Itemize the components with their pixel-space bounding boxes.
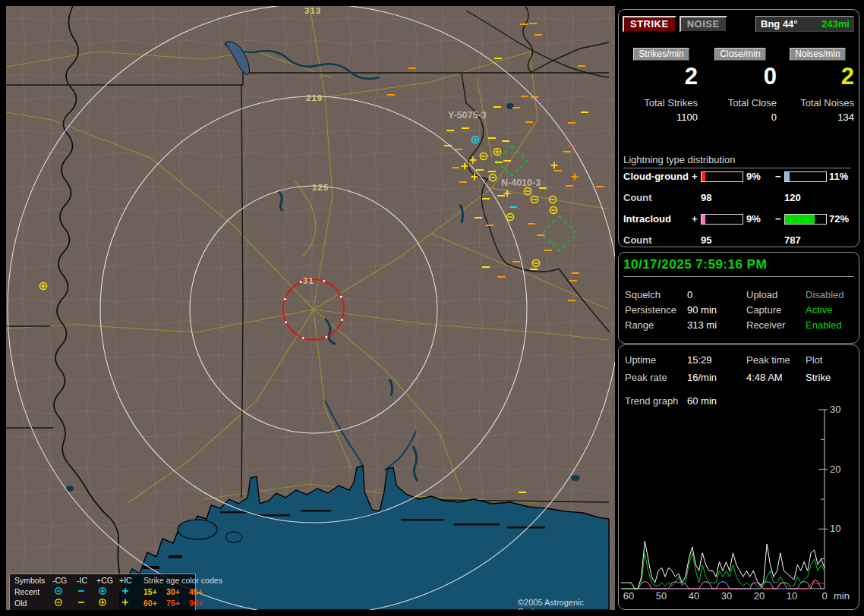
noises-per-min-value: 2 (781, 65, 854, 88)
trend-graph-label: Trend graph (625, 395, 678, 407)
cg-plus-icon (98, 586, 107, 598)
ic-neg-sign: − (775, 213, 781, 225)
range-label: Range (625, 319, 654, 331)
ic-plus-old-icon (121, 598, 130, 609)
ic-neg-bar (784, 214, 827, 225)
noises-per-min-header[interactable]: Noises/min (790, 48, 845, 61)
svg-text:219: 219 (306, 93, 323, 102)
peak-rate-label: Peak rate (625, 372, 667, 383)
strikes-per-min-value: 2 (625, 65, 698, 88)
persistence-value: 90 min (687, 304, 717, 316)
legend-row-recent-label: Recent (14, 586, 39, 597)
receiver-label: Receiver (746, 319, 785, 331)
age-75: 75+ (166, 598, 180, 608)
map-canvas: 31321912531Y-5075-3N-4010-3 (6, 6, 615, 610)
cg-pos-pct: 9% (746, 171, 761, 182)
total-noises-label: Total Noises (781, 97, 854, 108)
cg-minus-icon (54, 586, 63, 598)
cg-plus-old-icon (98, 598, 107, 609)
ic-pos-bar (701, 214, 743, 225)
legend-header-pos-ic: +IC (119, 575, 132, 586)
peak-time-label: Peak time (746, 354, 790, 366)
cg-pos-count: 98 (701, 192, 711, 203)
peak-time-value: 4:48 AM (746, 372, 783, 383)
capture-label: Capture (746, 304, 781, 316)
receiver-box: 10/17/2025 7:59:16 PM Squelch 0 Upload D… (618, 252, 859, 344)
legend-header-neg-ic: -IC (77, 575, 87, 586)
plot-label[interactable]: Plot (806, 354, 822, 366)
close-per-min-header[interactable]: Close/min (714, 48, 765, 61)
svg-text:31: 31 (303, 276, 314, 285)
legend-header-pos-cg: +CG (96, 575, 113, 586)
legend-row-old-label: Old (14, 598, 27, 608)
range-value: 313 mi (687, 319, 717, 331)
cg-neg-pct: 11% (829, 171, 848, 182)
upload-label: Upload (746, 289, 777, 300)
svg-text:N-4010-3: N-4010-3 (501, 178, 541, 188)
age-90: 90+ (189, 598, 203, 608)
legend-header-neg-cg: -CG (52, 575, 67, 586)
total-noises-value: 134 (781, 112, 854, 123)
ic-minus-old-icon (77, 598, 86, 609)
copyright-text: ©2005 Astrogenic Systems (518, 598, 615, 610)
squelch-value: 0 (687, 289, 692, 300)
strike-mode-button[interactable]: STRIKE (623, 16, 676, 33)
trend-graph-period[interactable]: 60 min (687, 395, 717, 407)
svg-text:125: 125 (312, 183, 329, 192)
lightning-map[interactable]: 31321912531Y-5075-3N-4010-3 Symbols -CG … (6, 6, 615, 610)
symbol-legend: Symbols -CG -IC +CG +IC Strike age color… (9, 574, 196, 610)
age-15: 15+ (143, 586, 157, 597)
counters-box: STRIKENOISE Bng 44° 243mi Strikes/min 2 … (618, 9, 859, 247)
age-60: 60+ (143, 598, 157, 608)
status-panel: STRIKENOISE Bng 44° 243mi Strikes/min 2 … (618, 6, 859, 610)
squelch-label: Squelch (625, 289, 661, 300)
cg-minus-old-icon (54, 598, 63, 609)
ic-neg-count: 787 (784, 234, 801, 246)
svg-text:313: 313 (304, 6, 321, 15)
legend-symbols-header: Symbols (14, 575, 45, 586)
cloud-ground-label: Cloud-ground (623, 171, 689, 182)
total-strikes-value: 1100 (625, 112, 698, 123)
upload-status: Disabled (806, 289, 844, 300)
trend-box: Uptime 15:29 Peak time Plot Peak rate 16… (618, 344, 859, 610)
total-close-value: 0 (704, 112, 777, 123)
uptime-label: Uptime (625, 354, 656, 366)
ic-minus-icon (77, 586, 86, 598)
receiver-status: Enabled (806, 319, 842, 331)
total-close-label: Total Close (704, 97, 777, 108)
noise-mode-button[interactable]: NOISE (680, 16, 727, 33)
ic-pos-count: 95 (701, 234, 711, 246)
capture-status: Active (806, 304, 832, 316)
datetime-display: 10/17/2025 7:59:16 PM (623, 256, 854, 277)
plot-mode-value[interactable]: Strike (806, 372, 831, 383)
uptime-value: 15:29 (687, 354, 712, 366)
persistence-label: Persistence (625, 304, 676, 316)
app-window: { "panel": { "strike_btn": "STRIKE", "no… (0, 0, 864, 616)
cg-neg-count: 120 (784, 192, 801, 203)
ic-neg-pct: 72% (829, 213, 849, 225)
ic-count-label: Count (623, 234, 652, 246)
bearing-label: Bng 44° (761, 17, 798, 31)
bearing-range-value: 243mi (821, 17, 850, 31)
cg-pos-bar (701, 171, 743, 182)
cg-neg-sign: − (775, 171, 781, 182)
peak-rate-value: 16/min (687, 372, 717, 383)
age-45: 45+ (189, 586, 203, 597)
ic-pos-pct: 9% (746, 213, 761, 225)
cg-count-label: Count (623, 192, 652, 203)
cg-pos-sign: + (692, 171, 698, 182)
total-strikes-label: Total Strikes (625, 97, 698, 108)
bearing-readout: Bng 44° 243mi (755, 16, 854, 32)
svg-text:Y-5075-3: Y-5075-3 (448, 110, 487, 121)
intracloud-label: Intracloud (623, 213, 671, 225)
ic-plus-icon (121, 586, 130, 598)
distribution-title: Lightning type distribution (623, 154, 851, 168)
cg-neg-bar (784, 171, 827, 182)
strikes-per-min-header[interactable]: Strikes/min (633, 48, 689, 61)
close-per-min-value: 0 (704, 65, 777, 88)
legend-age-title: Strike age color codes (143, 575, 222, 586)
age-30: 30+ (166, 586, 180, 597)
ic-pos-sign: + (692, 213, 698, 225)
